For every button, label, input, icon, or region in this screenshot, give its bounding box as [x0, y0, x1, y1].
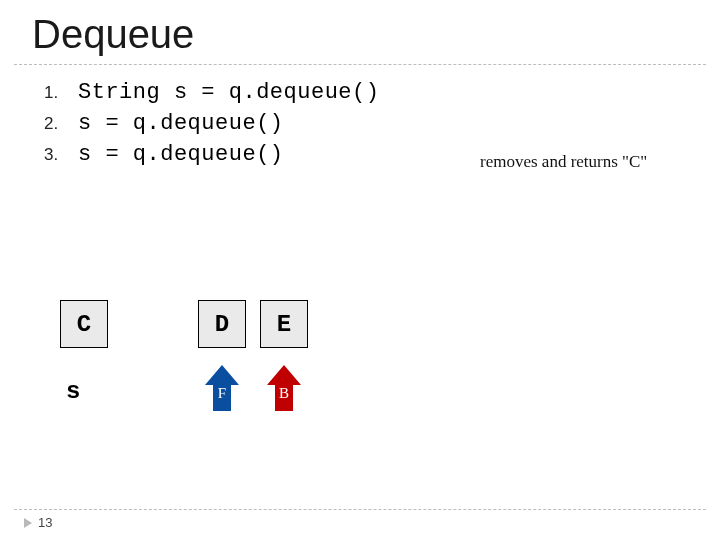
queue-cell-e: E [260, 300, 308, 348]
queue-cell-c: C [60, 300, 108, 348]
title-divider [14, 64, 706, 65]
back-arrow-icon: B [267, 365, 301, 411]
step-number: 1. [44, 83, 78, 103]
page-title: Dequeue [32, 12, 194, 57]
step-number: 3. [44, 145, 78, 165]
queue-cell-d: D [198, 300, 246, 348]
front-arrow-icon: F [205, 365, 239, 411]
code-list: 1. String s = q.dequeue() 2. s = q.deque… [44, 80, 379, 173]
list-item: 1. String s = q.dequeue() [44, 80, 379, 105]
code-line: String s = q.dequeue() [78, 80, 379, 105]
back-arrow-label: B [267, 385, 301, 402]
annotation-text: removes and returns "C" [480, 152, 647, 172]
page-triangle-icon [24, 518, 32, 528]
variable-label-s: s [66, 378, 80, 405]
page-number: 13 [38, 515, 52, 530]
code-line: s = q.dequeue() [78, 111, 284, 136]
footer-divider [14, 509, 706, 510]
step-number: 2. [44, 114, 78, 134]
front-arrow-label: F [205, 385, 239, 402]
list-item: 2. s = q.dequeue() [44, 111, 379, 136]
page-number-marker: 13 [24, 515, 52, 530]
code-line: s = q.dequeue() [78, 142, 284, 167]
slide: Dequeue 1. String s = q.dequeue() 2. s =… [0, 0, 720, 540]
list-item: 3. s = q.dequeue() [44, 142, 379, 167]
